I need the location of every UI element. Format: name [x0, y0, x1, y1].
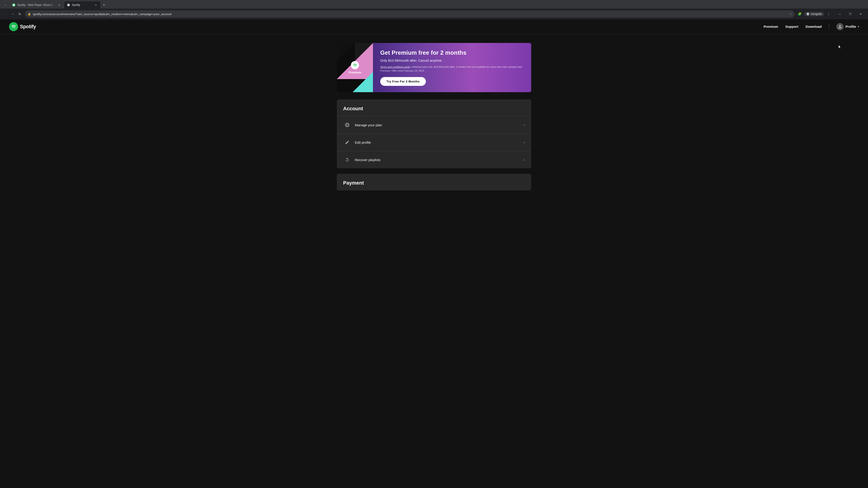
- terms-link[interactable]: Terms and conditions apply: [380, 66, 410, 68]
- url-text[interactable]: spotify.com/us/account/overview/?utm_sou…: [33, 12, 787, 16]
- address-bar[interactable]: 🔒 spotify.com/us/account/overview/?utm_s…: [25, 10, 795, 18]
- tab-favicon-2: [67, 3, 70, 6]
- recover-playlists-arrow: ›: [524, 158, 525, 162]
- spotify-app: Spotify Premium Support Download Profile…: [0, 20, 868, 488]
- profile-chevron-icon: ▾: [858, 25, 859, 28]
- tab-nav-arrows: ‹: [2, 2, 9, 8]
- star-icon[interactable]: ☆: [789, 12, 792, 15]
- browser-actions: 🧩 Incognito ⋮: [796, 11, 832, 17]
- edit-profile-arrow: ›: [524, 140, 525, 144]
- tab-2-close[interactable]: ✕: [94, 3, 98, 7]
- premium-banner-subtitle: Only $10.99/month after. Cancel anytime.: [380, 59, 524, 62]
- premium-banner-image: Premium: [337, 43, 373, 92]
- main-content: Premium Get Premium free for 2 months On…: [332, 34, 536, 199]
- incognito-label: Incognito: [811, 12, 822, 15]
- close-button[interactable]: ✕: [855, 10, 866, 18]
- spotify-logo-text: Spotify: [20, 24, 36, 30]
- edit-profile-item[interactable]: Edit profile ›: [337, 133, 531, 151]
- spotify-logo-icon: [9, 22, 18, 31]
- new-tab-button[interactable]: +: [101, 2, 107, 8]
- nav-download[interactable]: Download: [806, 25, 822, 29]
- recover-playlists-label: Recover playlists: [355, 158, 524, 162]
- manage-plan-icon: [343, 121, 351, 129]
- browser-toolbar: ← → ↻ 🔒 spotify.com/us/account/overview/…: [0, 8, 868, 20]
- try-free-button[interactable]: Try Free For 2 Months: [380, 77, 426, 86]
- profile-button[interactable]: Profile ▾: [836, 23, 859, 30]
- forward-button[interactable]: →: [9, 11, 16, 17]
- recover-playlists-icon: [343, 156, 351, 164]
- nav-premium[interactable]: Premium: [764, 25, 778, 29]
- premium-banner-content: Get Premium free for 2 months Only $10.9…: [373, 43, 531, 92]
- tab-favicon-1: [12, 3, 16, 6]
- edit-profile-label: Edit profile: [355, 140, 524, 144]
- spotify-logo[interactable]: Spotify: [9, 22, 36, 31]
- manage-plan-arrow: ›: [524, 123, 525, 127]
- window-controls: — ❐ ✕: [835, 10, 866, 18]
- nav-support[interactable]: Support: [785, 25, 798, 29]
- header-nav: Premium Support Download Profile ▾: [764, 23, 859, 30]
- account-section: Account Manage your plan › Edit profile: [337, 99, 531, 168]
- browser-tab-bar: ‹ Spotify - Web Player: Music fo... ✕ Sp…: [0, 0, 868, 8]
- tab-1-close[interactable]: ✕: [57, 3, 61, 7]
- incognito-badge[interactable]: Incognito: [804, 12, 824, 16]
- tab-nav-left[interactable]: ‹: [3, 2, 8, 8]
- manage-plan-item[interactable]: Manage your plan ›: [337, 116, 531, 133]
- premium-banner: Premium Get Premium free for 2 months On…: [337, 43, 531, 92]
- back-button[interactable]: ←: [2, 11, 8, 17]
- account-section-title: Account: [337, 99, 531, 116]
- reload-button[interactable]: ↻: [17, 11, 23, 17]
- browser-chrome: ‹ Spotify - Web Player: Music fo... ✕ Sp…: [0, 0, 868, 20]
- spotify-header: Spotify Premium Support Download Profile…: [0, 20, 868, 34]
- premium-banner-title: Get Premium free for 2 months: [380, 49, 524, 56]
- minimize-button[interactable]: —: [835, 10, 845, 18]
- payment-section-title: Payment: [337, 174, 531, 191]
- menu-button[interactable]: ⋮: [826, 11, 832, 17]
- profile-label: Profile: [845, 25, 856, 29]
- maximize-button[interactable]: ❐: [845, 10, 855, 18]
- profile-avatar: [836, 23, 844, 30]
- premium-spotify-icon: [351, 61, 359, 69]
- lock-icon: 🔒: [28, 12, 31, 15]
- premium-banner-terms: Terms and conditions apply. Individual p…: [380, 65, 524, 72]
- premium-logo-text: Premium: [348, 71, 361, 74]
- browser-tab-2[interactable]: Spotify ✕: [64, 1, 100, 8]
- browser-tab-1[interactable]: Spotify - Web Player: Music fo... ✕: [9, 1, 64, 8]
- edit-profile-icon: [343, 138, 351, 147]
- tab-1-label: Spotify - Web Player: Music fo...: [17, 3, 56, 6]
- payment-section: Payment: [337, 174, 531, 191]
- manage-plan-label: Manage your plan: [355, 123, 524, 127]
- premium-logo-overlay: Premium: [348, 61, 361, 74]
- recover-playlists-item[interactable]: Recover playlists ›: [337, 151, 531, 168]
- extensions-button[interactable]: 🧩: [796, 11, 803, 17]
- tab-2-label: Spotify: [72, 3, 92, 6]
- premium-artwork: Premium: [337, 43, 373, 92]
- header-divider: [829, 24, 829, 29]
